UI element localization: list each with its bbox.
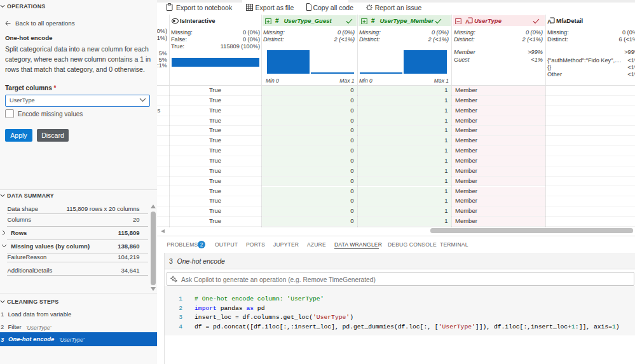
svg-text:A: A — [547, 18, 552, 25]
svg-text:A: A — [465, 18, 470, 25]
